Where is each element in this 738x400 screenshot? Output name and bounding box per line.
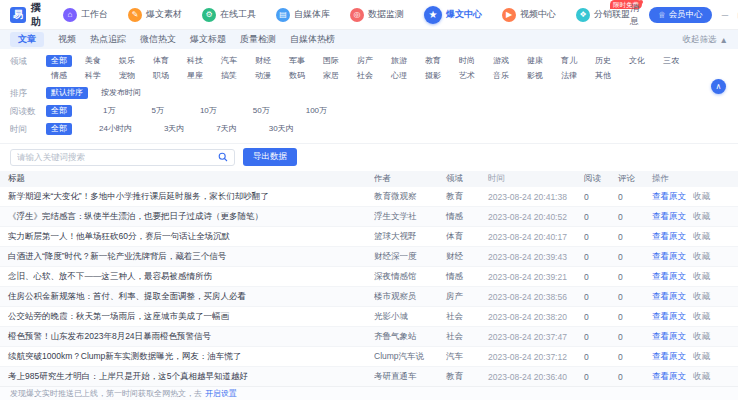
top-nav-item[interactable]: ⚙ 在线工具 (202, 8, 256, 22)
filter-chip[interactable]: 宠物 (114, 70, 140, 82)
table-row[interactable]: 公交站旁的晚霞：秋天第一场雨后，这座城市美成了一幅画 光影小城 社会 2023-… (0, 307, 738, 327)
favorite-link[interactable]: 收藏 (693, 251, 710, 263)
filter-chip[interactable]: 默认排序 (46, 87, 88, 99)
filter-chip[interactable]: 艺术 (454, 70, 480, 82)
filter-chip[interactable]: 娱乐 (114, 55, 140, 67)
filter-chip[interactable]: 按发布时间 (96, 87, 146, 99)
filter-chip[interactable]: 数码 (284, 70, 310, 82)
filter-chip[interactable]: 科学 (80, 70, 106, 82)
top-nav-item[interactable]: ▶ 视频中心 (502, 8, 556, 22)
filter-chip[interactable]: 国际 (318, 55, 344, 67)
view-original-link[interactable]: 查看原文 (652, 211, 686, 223)
filter-chip[interactable]: 动漫 (250, 70, 276, 82)
top-nav-item[interactable]: ❖ 分销联盟 限时免费 (576, 8, 630, 22)
table-row[interactable]: 实力断层第一人！他单场狂砍60分，赛后一句话让全场沉默 篮球大视野 体育 202… (0, 227, 738, 247)
row-title[interactable]: 公交站旁的晚霞：秋天第一场雨后，这座城市美成了一幅画 (0, 311, 374, 323)
filter-chip[interactable]: 星座 (182, 70, 208, 82)
filter-chip[interactable]: 房产 (352, 55, 378, 67)
filter-chip[interactable]: 军事 (284, 55, 310, 67)
content-tab[interactable]: 爆文标题 (190, 33, 226, 46)
favorite-link[interactable]: 收藏 (693, 311, 710, 323)
filter-chip[interactable]: 财经 (250, 55, 276, 67)
filter-chip[interactable]: 体育 (148, 55, 174, 67)
filter-chip[interactable]: 10万 (195, 105, 222, 117)
vip-center-button[interactable]: ♕ 会员中心 (649, 7, 712, 23)
table-row[interactable]: 念旧、心软、放不下——这三种人，最容易被感情所伤 深夜情感馆 情感 2023-0… (0, 267, 738, 287)
filter-chip[interactable]: 全部 (46, 105, 72, 117)
table-row[interactable]: 续航突破1000km？Clump新车实测数据曝光，网友：油车慌了 Clump汽车… (0, 347, 738, 367)
filter-chip[interactable]: 7天内 (211, 123, 241, 135)
minimize-button[interactable]: ─ (722, 10, 728, 20)
filter-chip[interactable]: 教育 (420, 55, 446, 67)
filter-chip[interactable]: 育儿 (556, 55, 582, 67)
filter-chip[interactable]: 全部 (46, 55, 72, 67)
view-original-link[interactable]: 查看原文 (652, 191, 686, 203)
content-tab[interactable]: 文章 (10, 32, 44, 47)
table-row[interactable]: 白酒进入“降度”时代？新一轮产业洗牌背后，藏着三个信号 财经深一度 财经 202… (0, 247, 738, 267)
content-tab[interactable]: 质量检测 (240, 33, 276, 46)
content-tab[interactable]: 视频 (58, 33, 76, 46)
favorite-link[interactable]: 收藏 (693, 351, 710, 363)
collapse-panel-button[interactable]: ∧ (711, 79, 726, 94)
view-original-link[interactable]: 查看原文 (652, 351, 686, 363)
row-title[interactable]: 住房公积金新规落地：首付、利率、提取全面调整，买房人必看 (0, 291, 374, 303)
favorite-link[interactable]: 收藏 (693, 271, 710, 283)
filter-chip[interactable]: 科技 (182, 55, 208, 67)
top-nav-item[interactable]: ▤ 自媒体库 (276, 8, 330, 22)
filter-chip[interactable]: 摄影 (420, 70, 446, 82)
filter-chip[interactable]: 5万 (146, 105, 168, 117)
table-row[interactable]: 《浮生》完结感言：纵使半生漂泊，也要把日子过成诗（更多随笔） 浮生文学社 情感 … (0, 207, 738, 227)
settings-link[interactable]: 开启设置 (205, 388, 237, 399)
content-tab[interactable]: 自媒体热榜 (290, 33, 335, 46)
export-data-button[interactable]: 导出数据 (243, 148, 297, 166)
filter-chip[interactable]: 旅游 (386, 55, 412, 67)
filter-chip[interactable]: 文化 (624, 55, 650, 67)
filter-chip[interactable]: 时尚 (454, 55, 480, 67)
filter-chip[interactable]: 全部 (46, 123, 72, 135)
filter-chip[interactable]: 情感 (46, 70, 72, 82)
favorite-link[interactable]: 收藏 (693, 331, 710, 343)
filter-chip[interactable]: 1万 (98, 105, 120, 117)
view-original-link[interactable]: 查看原文 (652, 251, 686, 263)
filter-chip[interactable]: 社会 (352, 70, 378, 82)
filter-chip[interactable]: 法律 (556, 70, 582, 82)
search-input[interactable] (17, 152, 218, 162)
row-title[interactable]: 《浮生》完结感言：纵使半生漂泊，也要把日子过成诗（更多随笔） (0, 211, 374, 223)
row-title[interactable]: 实力断层第一人！他单场狂砍60分，赛后一句话让全场沉默 (0, 231, 374, 243)
filter-chip[interactable]: 职场 (148, 70, 174, 82)
filter-chip[interactable]: 100万 (301, 105, 332, 117)
top-nav-item[interactable]: ◎ 数据监测 (350, 8, 404, 22)
row-title[interactable]: 续航突破1000km？Clump新车实测数据曝光，网友：油车慌了 (0, 351, 374, 363)
row-title[interactable]: 新学期迎来“大变化”！多地中小学推行课后延时服务，家长们却吵翻了 (0, 191, 374, 203)
filter-chip[interactable]: 三农 (658, 55, 684, 67)
filter-chip[interactable]: 音乐 (488, 70, 514, 82)
top-nav-item[interactable]: ⌂ 工作台 (63, 8, 108, 22)
filter-chip[interactable]: 家居 (318, 70, 344, 82)
row-title[interactable]: 橙色预警！山东发布2023年8月24日暴雨橙色预警信号 (0, 331, 374, 343)
favorite-link[interactable]: 收藏 (693, 191, 710, 203)
top-nav-item[interactable]: ★ 爆文中心 (424, 6, 482, 24)
filter-chip[interactable]: 游戏 (488, 55, 514, 67)
view-original-link[interactable]: 查看原文 (652, 311, 686, 323)
favorite-link[interactable]: 收藏 (693, 231, 710, 243)
favorite-link[interactable]: 收藏 (693, 371, 710, 383)
filter-chip[interactable]: 影视 (522, 70, 548, 82)
content-tab[interactable]: 热点追踪 (90, 33, 126, 46)
row-title[interactable]: 念旧、心软、放不下——这三种人，最容易被感情所伤 (0, 271, 374, 283)
filter-chip[interactable]: 其他 (590, 70, 616, 82)
filter-chip[interactable]: 30天内 (264, 123, 299, 135)
view-original-link[interactable]: 查看原文 (652, 271, 686, 283)
table-row[interactable]: 考上985研究生才明白：上岸只是开始，这5个真相越早知道越好 考研直通车 教育 … (0, 367, 738, 386)
table-row[interactable]: 橙色预警！山东发布2023年8月24日暴雨橙色预警信号 齐鲁气象站 社会 202… (0, 327, 738, 347)
filter-chip[interactable]: 历史 (590, 55, 616, 67)
top-nav-item[interactable]: ✎ 爆文素材 (128, 8, 182, 22)
filter-chip[interactable]: 24小时内 (94, 123, 137, 135)
filter-chip[interactable]: 汽车 (216, 55, 242, 67)
table-row[interactable]: 新学期迎来“大变化”！多地中小学推行课后延时服务，家长们却吵翻了 教育微观察 教… (0, 187, 738, 207)
favorite-link[interactable]: 收藏 (693, 291, 710, 303)
row-title[interactable]: 白酒进入“降度”时代？新一轮产业洗牌背后，藏着三个信号 (0, 251, 374, 263)
messages-button[interactable]: 消息 (630, 2, 639, 28)
view-original-link[interactable]: 查看原文 (652, 331, 686, 343)
favorite-link[interactable]: 收藏 (693, 211, 710, 223)
table-row[interactable]: 住房公积金新规落地：首付、利率、提取全面调整，买房人必看 楼市观察员 房产 20… (0, 287, 738, 307)
